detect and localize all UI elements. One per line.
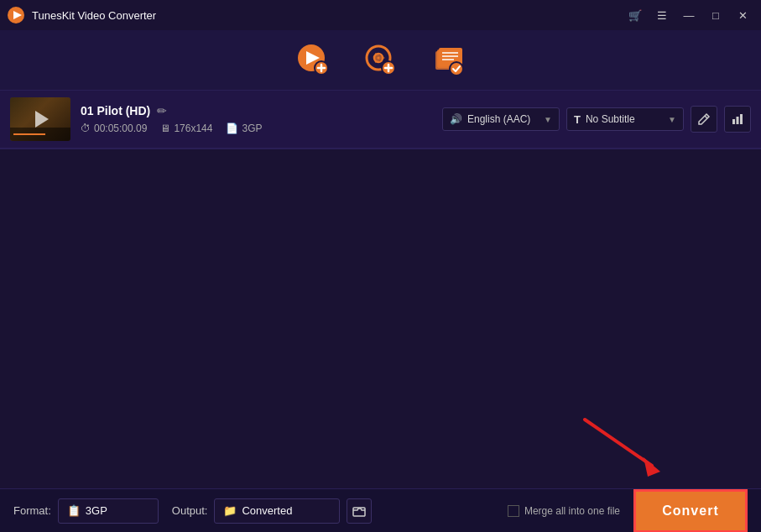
audio-icon: 🔊 bbox=[450, 113, 462, 125]
title-left: TunesKit Video Converter bbox=[7, 6, 156, 24]
maximize-button[interactable]: □ bbox=[704, 5, 727, 25]
file-row: 01 Pilot (HD) ✏ ⏱ 00:05:00.09 🖥 176x144 … bbox=[0, 91, 761, 149]
duration-meta: ⏱ 00:05:00.09 bbox=[81, 123, 147, 134]
format-file-icon: 📄 bbox=[226, 123, 238, 134]
file-edit-button[interactable] bbox=[691, 106, 717, 133]
content-area bbox=[0, 149, 761, 490]
audio-dropdown[interactable]: 🔊 English (AAC) ▼ bbox=[442, 107, 560, 131]
title-bar: TunesKit Video Converter 🛒 ☰ — □ ✕ bbox=[0, 0, 761, 30]
merge-checkbox[interactable] bbox=[508, 505, 519, 517]
duration-value: 00:05:00.09 bbox=[94, 123, 147, 134]
merge-section: Merge all into one file bbox=[508, 505, 620, 517]
toolbar bbox=[0, 30, 761, 91]
format-display: 📋 3GP bbox=[58, 498, 159, 524]
file-meta: ⏱ 00:05:00.09 🖥 176x144 📄 3GP bbox=[81, 123, 432, 134]
add-media-button[interactable] bbox=[294, 40, 334, 81]
output-display: 📁 Converted bbox=[214, 498, 340, 524]
pencil-icon bbox=[697, 112, 711, 126]
format-file-icon-bottom: 📋 bbox=[67, 504, 81, 517]
convert-label: Convert bbox=[662, 503, 718, 519]
merge-label: Merge all into one file bbox=[524, 505, 620, 517]
svg-rect-22 bbox=[732, 119, 735, 124]
format-meta: 📄 3GP bbox=[226, 123, 262, 134]
output-section: Output: 📁 Converted bbox=[172, 498, 373, 524]
svg-rect-24 bbox=[740, 114, 743, 124]
audio-value: English (AAC) bbox=[467, 113, 530, 125]
resolution-value: 176x144 bbox=[174, 123, 212, 134]
title-controls: 🛒 ☰ — □ ✕ bbox=[623, 5, 754, 25]
stats-icon bbox=[731, 112, 744, 126]
add-dvd-icon bbox=[361, 40, 401, 81]
stats-button[interactable] bbox=[724, 106, 751, 133]
toolbox-icon bbox=[428, 40, 468, 81]
file-name: 01 Pilot (HD) bbox=[81, 104, 150, 117]
file-title-row: 01 Pilot (HD) ✏ bbox=[81, 104, 432, 117]
convert-button[interactable]: Convert bbox=[633, 489, 748, 533]
svg-point-20 bbox=[450, 62, 463, 76]
subtitle-dropdown[interactable]: T No Subtitle ▼ bbox=[566, 107, 684, 131]
audio-dropdown-arrow: ▼ bbox=[544, 115, 552, 124]
resolution-meta: 🖥 176x144 bbox=[160, 123, 212, 134]
bottom-bar: Format: 📋 3GP Output: 📁 Converted Merge … bbox=[0, 488, 761, 532]
file-thumbnail bbox=[10, 97, 70, 141]
svg-line-21 bbox=[705, 116, 707, 118]
clock-icon: ⏱ bbox=[81, 123, 91, 134]
toolbox-button[interactable] bbox=[428, 40, 468, 81]
cart-button[interactable]: 🛒 bbox=[623, 5, 647, 25]
monitor-icon: 🖥 bbox=[160, 123, 170, 134]
subtitle-icon: T bbox=[574, 113, 581, 126]
format-text: 3GP bbox=[86, 504, 107, 517]
browse-button[interactable] bbox=[347, 498, 372, 524]
folder-icon-bottom: 📁 bbox=[223, 504, 237, 517]
subtitle-dropdown-arrow: ▼ bbox=[668, 115, 676, 124]
file-controls: 🔊 English (AAC) ▼ T No Subtitle ▼ bbox=[442, 106, 751, 133]
file-list-area: 01 Pilot (HD) ✏ ⏱ 00:05:00.09 🖥 176x144 … bbox=[0, 91, 761, 149]
format-section: Format: 📋 3GP bbox=[13, 498, 159, 524]
edit-icon[interactable]: ✏ bbox=[157, 104, 167, 117]
browse-icon bbox=[352, 504, 366, 518]
svg-rect-23 bbox=[737, 117, 739, 124]
file-info: 01 Pilot (HD) ✏ ⏱ 00:05:00.09 🖥 176x144 … bbox=[81, 104, 432, 134]
subtitle-value: No Subtitle bbox=[586, 113, 635, 125]
add-media-icon bbox=[294, 40, 334, 81]
output-text: Converted bbox=[242, 504, 292, 517]
app-logo-icon bbox=[7, 6, 25, 24]
format-value-meta: 3GP bbox=[242, 123, 262, 134]
format-label: Format: bbox=[13, 504, 51, 517]
minimize-button[interactable]: — bbox=[677, 5, 701, 25]
close-button[interactable]: ✕ bbox=[731, 5, 754, 25]
add-dvd-button[interactable] bbox=[361, 40, 401, 81]
output-label: Output: bbox=[172, 504, 208, 517]
app-title: TunesKit Video Converter bbox=[32, 9, 156, 22]
menu-button[interactable]: ☰ bbox=[650, 5, 674, 25]
